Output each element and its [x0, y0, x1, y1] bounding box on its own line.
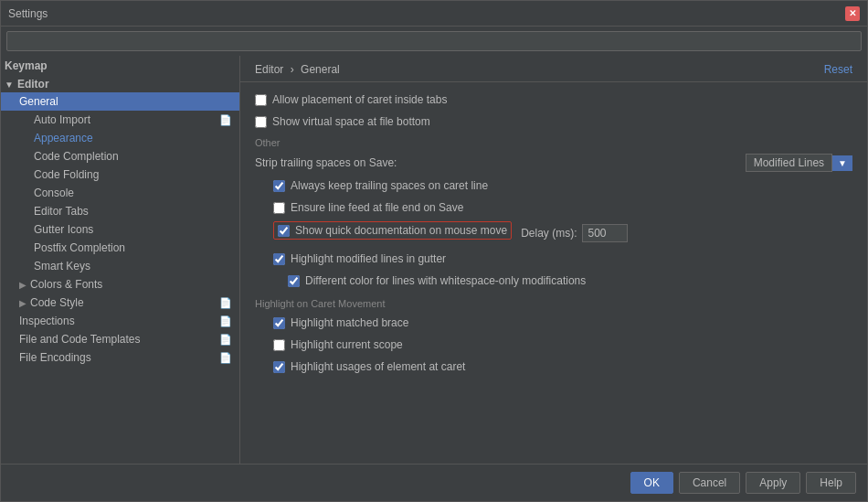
other-section-label: Other — [255, 137, 852, 148]
strip-trailing-label: Strip trailing spaces on Save: — [255, 156, 397, 169]
highlight-usages-checkbox[interactable] — [273, 361, 285, 373]
delay-input[interactable] — [582, 224, 628, 242]
editor-arrow-icon: ▼ — [5, 80, 14, 90]
highlight-modified-checkbox[interactable] — [273, 253, 285, 265]
settings-window: Settings ✕ Keymap ▼ Editor General — [0, 0, 868, 502]
ensure-line-feed-checkbox[interactable] — [273, 202, 285, 214]
sidebar-item-inspections[interactable]: Inspections 📄 — [1, 312, 239, 330]
sidebar: Keymap ▼ Editor General Auto Import 📄 — [1, 56, 240, 464]
highlight-modified-row: Highlight modified lines in gutter — [255, 251, 852, 267]
always-keep-trailing-row: Always keep trailing spaces on caret lin… — [255, 177, 852, 194]
file-encodings-icon: 📄 — [219, 352, 232, 364]
sidebar-item-code-folding[interactable]: Code Folding — [1, 166, 239, 184]
allow-caret-checkbox[interactable] — [255, 94, 267, 106]
right-panel: Editor › General Reset Allow placement o… — [240, 56, 867, 464]
highlight-current-scope-checkbox[interactable] — [273, 339, 285, 351]
main-content: Keymap ▼ Editor General Auto Import 📄 — [1, 56, 867, 464]
show-virtual-space-checkbox[interactable] — [255, 116, 267, 128]
reset-link[interactable]: Reset — [824, 63, 852, 76]
strip-trailing-row: Strip trailing spaces on Save: Modified … — [255, 154, 852, 172]
highlight-usages-row: Highlight usages of element at caret — [255, 358, 852, 375]
code-style-page-icon: 📄 — [219, 297, 232, 309]
sidebar-item-console[interactable]: Console — [1, 184, 239, 202]
highlight-matched-brace-row: Highlight matched brace — [255, 315, 852, 331]
strip-trailing-dropdown[interactable]: Modified Lines — [746, 154, 832, 172]
sidebar-item-editor-tabs[interactable]: Editor Tabs — [1, 202, 239, 220]
close-button[interactable]: ✕ — [845, 6, 860, 21]
show-virtual-space-row: Show virtual space at file bottom — [255, 113, 852, 130]
sidebar-item-gutter-icons[interactable]: Gutter Icons — [1, 220, 239, 239]
ensure-line-feed-row: Ensure line feed at file end on Save — [255, 199, 852, 216]
sidebar-item-smart-keys[interactable]: Smart Keys — [1, 257, 239, 275]
sidebar-item-file-code-templates[interactable]: File and Code Templates 📄 — [1, 330, 239, 348]
breadcrumb: Editor › General — [255, 63, 340, 76]
always-keep-trailing-checkbox[interactable] — [273, 180, 285, 192]
highlight-matched-brace-label: Highlight matched brace — [291, 316, 408, 329]
help-button[interactable]: Help — [806, 472, 856, 494]
sidebar-item-colors-fonts[interactable]: ▶ Colors & Fonts — [1, 275, 239, 294]
quick-doc-container: Show quick documentation on mouse move D… — [255, 221, 852, 245]
sidebar-item-editor[interactable]: ▼ Editor — [1, 76, 239, 92]
strip-trailing-dropdown-arrow[interactable]: ▼ — [832, 155, 852, 171]
sidebar-item-file-encodings[interactable]: File Encodings 📄 — [1, 348, 239, 367]
apply-button[interactable]: Apply — [746, 472, 800, 494]
sidebar-item-postfix-completion[interactable]: Postfix Completion — [1, 239, 239, 257]
file-templates-icon: 📄 — [219, 334, 232, 346]
panel-content: Allow placement of caret inside tabs Sho… — [240, 82, 867, 464]
dialog-body: Keymap ▼ Editor General Auto Import 📄 — [1, 27, 867, 501]
different-color-label: Different color for lines with whitespac… — [305, 274, 586, 287]
show-virtual-space-label: Show virtual space at file bottom — [272, 115, 430, 128]
highlight-modified-label: Highlight modified lines in gutter — [291, 252, 446, 265]
sidebar-item-auto-import[interactable]: Auto Import 📄 — [1, 111, 239, 129]
always-keep-trailing-label: Always keep trailing spaces on caret lin… — [291, 179, 488, 192]
delay-group: Delay (ms): — [521, 224, 628, 242]
sidebar-item-code-style[interactable]: ▶ Code Style 📄 — [1, 294, 239, 312]
show-quick-doc-checkbox[interactable] — [278, 225, 290, 237]
colors-arrow-icon: ▶ — [19, 280, 26, 290]
title-bar-text: Settings — [8, 7, 845, 20]
sidebar-item-appearance[interactable]: Appearance — [1, 129, 239, 147]
highlight-caret-section: Highlight on Caret Movement — [255, 298, 852, 309]
page-icon: 📄 — [219, 114, 232, 126]
sidebar-item-general[interactable]: General — [1, 92, 239, 111]
ensure-line-feed-label: Ensure line feed at file end on Save — [291, 201, 463, 214]
cancel-button[interactable]: Cancel — [679, 472, 740, 494]
sidebar-item-keymap[interactable]: Keymap — [1, 56, 239, 76]
different-color-checkbox[interactable] — [288, 275, 300, 287]
allow-caret-label: Allow placement of caret inside tabs — [272, 93, 447, 106]
delay-label: Delay (ms): — [521, 227, 577, 240]
highlight-current-scope-label: Highlight current scope — [291, 338, 403, 351]
bottom-bar: OK Cancel Apply Help — [1, 464, 867, 501]
title-bar: Settings ✕ — [1, 1, 867, 27]
search-area — [1, 27, 867, 56]
ok-button[interactable]: OK — [630, 472, 673, 494]
highlight-current-scope-row: Highlight current scope — [255, 336, 852, 353]
strip-trailing-dropdown-group: Modified Lines ▼ — [746, 154, 852, 172]
different-color-row: Different color for lines with whitespac… — [255, 272, 852, 289]
highlight-usages-label: Highlight usages of element at caret — [291, 360, 465, 373]
search-input[interactable] — [6, 31, 862, 51]
strip-trailing-left: Strip trailing spaces on Save: — [255, 156, 397, 169]
highlight-matched-brace-checkbox[interactable] — [273, 317, 285, 329]
show-quick-doc-label: Show quick documentation on mouse move — [295, 224, 507, 237]
panel-header: Editor › General Reset — [240, 56, 867, 82]
sidebar-item-code-completion[interactable]: Code Completion — [1, 147, 239, 166]
show-quick-doc-row: Show quick documentation on mouse move — [273, 221, 512, 240]
allow-caret-row: Allow placement of caret inside tabs — [255, 91, 852, 108]
code-style-arrow-icon: ▶ — [19, 298, 26, 308]
inspections-icon: 📄 — [219, 315, 232, 327]
